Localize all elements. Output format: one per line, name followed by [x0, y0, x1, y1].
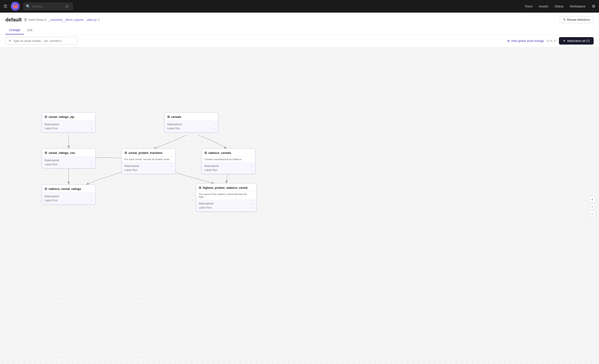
breadcrumb-prefix: Asset Group in: [28, 18, 46, 21]
node-description: For each cereal, records its protein con…: [122, 156, 175, 162]
reload-definitions-button[interactable]: ↻ Reload definitions: [560, 16, 594, 23]
materialized-row: Materialized –: [204, 164, 253, 168]
nav-runs[interactable]: Runs: [525, 5, 533, 8]
nav-assets[interactable]: Assets: [539, 5, 548, 8]
search-icon: 🔍: [26, 4, 30, 9]
table-icon: ⊞: [167, 115, 170, 119]
table-icon: ⊞: [44, 151, 47, 155]
materialized-row: Materialized –: [44, 122, 93, 126]
node-description: The name of the nabisco cereal that has …: [196, 191, 256, 200]
latest-run-row: Latest Run –: [124, 168, 173, 172]
materialize-icon: ✦: [563, 39, 565, 43]
asset-node-cereal-protein-fractions[interactable]: ⊞ cereal_protein_fractions For each cere…: [122, 148, 176, 174]
breadcrumb: 🗄 Asset Group in __repository__@non_argu…: [24, 18, 100, 22]
latest-run-row: Latest Run –: [44, 199, 93, 202]
asset-node-highest-protein-nabisco-cereal[interactable]: ⊞ highest_protein_nabisco_cereal The nam…: [196, 183, 256, 212]
timer: 0:14 ↻: [547, 39, 556, 43]
refresh-small-icon[interactable]: ↻: [554, 39, 556, 43]
search-bar[interactable]: 🔍 /: [23, 3, 73, 10]
topbar-nav: Runs Assets Status Workspace ⚙: [525, 4, 595, 9]
slash-badge: /: [65, 5, 68, 8]
search-input[interactable]: [32, 5, 64, 8]
materialize-all-button[interactable]: ✦ Materialize all (7): [559, 37, 594, 44]
subset-input-container[interactable]: ✳: [5, 37, 77, 45]
materialized-row: Materialized –: [124, 164, 173, 168]
refresh-icon[interactable]: ↻: [98, 18, 100, 21]
materialized-row: Materialized –: [199, 202, 254, 206]
materialized-row: Materialized –: [44, 194, 93, 199]
app-logo: 🐙: [11, 2, 20, 11]
latest-run-row: Latest Run –: [44, 162, 93, 166]
arrows-layer: [0, 47, 599, 364]
table-icon: ⊞: [44, 115, 47, 119]
latest-run-row: Latest Run –: [167, 126, 215, 130]
zoom-fit-button[interactable]: ○: [589, 204, 595, 210]
nav-status[interactable]: Status: [555, 5, 564, 8]
breadcrumb-link[interactable]: __repository__@non_argume..._deps.py: [48, 18, 97, 21]
zoom-controls: + ○ –: [589, 196, 595, 217]
asset-node-cereals[interactable]: ⊞ cereals Materialized – Latest Run –: [164, 113, 218, 132]
tab-lineage[interactable]: Lineage: [5, 26, 24, 35]
asset-node-cereal-ratings-zip[interactable]: ⊞ cereal_ratings_zip Materialized – Late…: [42, 113, 96, 132]
subset-input[interactable]: [13, 39, 71, 43]
asset-node-cereal-ratings-csv[interactable]: ⊞ cereal_ratings_csv Materialized – Late…: [42, 148, 96, 168]
page-title: default: [5, 17, 22, 23]
tabs: Lineage List: [5, 26, 594, 35]
topbar: ☰ 🐙 🔍 / Runs Assets Status Workspace ⚙: [0, 0, 599, 13]
asset-node-nabisco-cereal-ratings[interactable]: ⊞ nabisco_cereal_ratings Materialized – …: [42, 184, 96, 205]
lineage-canvas: ⊞ cereal_ratings_zip Materialized – Late…: [0, 47, 599, 364]
lineage-icon: ⊞: [507, 39, 510, 43]
toolbar-row: ✳ ⊞ View global asset lineage 0:14 ↻ ✦ M…: [0, 35, 599, 47]
zoom-out-button[interactable]: –: [589, 211, 595, 217]
table-icon: ⊞: [124, 151, 127, 155]
menu-icon[interactable]: ☰: [4, 4, 7, 9]
reload-icon: ↻: [563, 18, 566, 21]
subheader: default 🗄 Asset Group in __repository__@…: [0, 13, 599, 35]
nav-workspace[interactable]: Workspace: [570, 5, 585, 8]
zoom-in-button[interactable]: +: [589, 196, 595, 203]
latest-run-row: Latest Run –: [199, 206, 254, 210]
materialized-row: Materialized –: [167, 122, 215, 126]
gear-icon[interactable]: ⚙: [592, 4, 595, 9]
asset-node-nabisco-cereals[interactable]: ⊞ nabisco_cereals Cereals manufactured b…: [201, 148, 255, 174]
materialized-row: Materialized –: [44, 158, 93, 162]
latest-run-row: Latest Run –: [44, 126, 93, 130]
node-description: Cereals manufactured by Nabisco: [202, 156, 255, 162]
global-lineage-link[interactable]: ⊞ View global asset lineage: [507, 39, 544, 43]
subset-icon: ✳: [8, 39, 11, 43]
database-icon: 🗄: [24, 18, 27, 22]
table-icon: ⊞: [44, 187, 47, 191]
table-icon: ⊞: [199, 186, 201, 190]
latest-run-row: Latest Run –: [204, 168, 253, 172]
table-icon: ⊞: [204, 151, 207, 155]
tab-list[interactable]: List: [24, 26, 36, 35]
